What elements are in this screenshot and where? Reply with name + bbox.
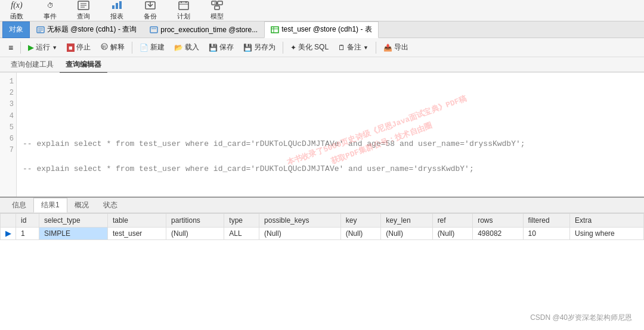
bottom-tab-status[interactable]: 状态 — [96, 198, 125, 212]
saveas-button[interactable]: 💾 另存为 — [240, 41, 279, 54]
code-content[interactable]: -- explain select * from test_user where… — [17, 73, 644, 198]
run-icon: ▶ — [28, 43, 34, 52]
cell-rows: 498082 — [473, 228, 523, 240]
bottom-tab-overview[interactable]: 概况 — [67, 198, 96, 212]
sub-tab-builder[interactable]: 查询创建工具 — [5, 57, 60, 72]
table-header-row: id select_type table partitions type pos… — [1, 214, 644, 228]
toolbar-model[interactable]: 模型 — [205, 0, 229, 21]
code-line-4: -- explain select * from test_user where… — [23, 163, 638, 176]
col-header-id[interactable]: id — [16, 214, 39, 228]
col-header-empty — [1, 214, 16, 228]
save-icon: 💾 — [209, 43, 218, 52]
model-icon — [210, 0, 224, 11]
col-header-table[interactable]: table — [107, 214, 166, 228]
tab-object-label: 对象 — [9, 24, 23, 35]
col-header-partitions[interactable]: partitions — [166, 214, 224, 228]
table-icon — [271, 26, 279, 33]
col-header-type[interactable]: type — [224, 214, 259, 228]
load-label: 载入 — [185, 42, 199, 52]
export-button[interactable]: 📤 导出 — [380, 41, 412, 54]
csdn-watermark: CSDN @40岁资深老架构师尼恩 — [530, 313, 632, 323]
report-label: 报表 — [110, 12, 123, 21]
svg-rect-22 — [150, 27, 157, 33]
beautify-icon: ✦ — [290, 43, 296, 52]
run-dropdown-icon: ▼ — [52, 45, 57, 51]
stop-button[interactable]: ■ 停止 — [63, 41, 94, 54]
query-file-icon — [36, 26, 45, 33]
col-header-filtered[interactable]: filtered — [523, 214, 569, 228]
editor-area[interactable]: 1 2 3 4 5 6 7 -- explain select * from t… — [0, 73, 644, 198]
svg-text:解: 解 — [102, 45, 106, 49]
comment-icon: 🗒 — [338, 43, 345, 52]
run-button[interactable]: ▶ 运行 ▼ — [24, 41, 61, 54]
toolbar-func[interactable]: f(x) 函数 — [5, 0, 29, 21]
tab-test-user[interactable]: test_user @store (cdh1) - 表 — [264, 21, 379, 38]
cell-filtered: 10 — [523, 228, 569, 240]
load-button[interactable]: 📂 载入 — [171, 41, 203, 54]
comment-dropdown-icon: ▼ — [363, 45, 369, 51]
schedule-label: 计划 — [177, 12, 190, 21]
explain-button[interactable]: 解 解释 — [97, 41, 128, 54]
proc-file-icon — [150, 26, 158, 33]
code-line-3: -- explain select * from test_user where… — [23, 138, 638, 151]
sep4 — [376, 42, 376, 54]
stop-icon: ■ — [67, 43, 75, 52]
cell-table: test_user — [107, 228, 166, 240]
toolbar-query[interactable]: 查询 — [72, 0, 95, 21]
results-table-wrapper: id select_type table partitions type pos… — [0, 213, 644, 240]
bottom-tab-result1-label: 结果1 — [41, 201, 60, 209]
cell-select-type: SIMPLE — [39, 228, 107, 240]
sub-tab-editor[interactable]: 查询编辑器 — [60, 57, 107, 73]
toolbar-schedule[interactable]: 计划 — [172, 0, 196, 21]
svg-rect-6 — [119, 1, 122, 9]
beautify-button[interactable]: ✦ 美化 SQL — [287, 41, 332, 54]
tab-proc-label: proc_execution_time @store... — [160, 26, 258, 34]
col-header-ref[interactable]: ref — [432, 214, 473, 228]
col-header-possible-keys[interactable]: possible_keys — [259, 214, 341, 228]
bottom-tab-info-label: 信息 — [12, 201, 26, 209]
bottom-tab-info[interactable]: 信息 — [5, 198, 33, 212]
saveas-icon: 💾 — [243, 43, 252, 52]
col-header-key-len[interactable]: key_len — [381, 214, 432, 228]
code-line-1 — [23, 89, 638, 101]
col-header-key[interactable]: key — [340, 214, 381, 228]
toolbar-event[interactable]: ⏱ 事件 — [38, 0, 62, 21]
cell-partitions: (Null) — [166, 228, 224, 240]
saveas-label: 另存为 — [254, 42, 275, 52]
save-label: 保存 — [219, 42, 234, 52]
comment-button[interactable]: 🗒 备注 ▼ — [335, 41, 372, 54]
row-indicator: ▶ — [1, 228, 16, 240]
model-label: 模型 — [210, 12, 224, 21]
func-label: 函数 — [10, 12, 23, 21]
col-header-rows[interactable]: rows — [473, 214, 523, 228]
event-icon: ⏱ — [43, 0, 57, 11]
sub-tabs: 查询创建工具 查询编辑器 — [0, 57, 644, 73]
new-button[interactable]: 📄 新建 — [136, 41, 168, 54]
func-icon: f(x) — [10, 0, 24, 11]
tab-proc[interactable]: proc_execution_time @store... — [143, 21, 264, 38]
svg-rect-24 — [271, 27, 278, 33]
run-label: 运行 — [36, 42, 50, 52]
tab-bar: 对象 无标题 @store (cdh1) - 查询 proc_execution… — [0, 21, 644, 38]
tab-untitled[interactable]: 无标题 @store (cdh1) - 查询 — [30, 21, 143, 38]
toolbar-report[interactable]: 报表 — [105, 0, 129, 21]
bottom-tab-status-label: 状态 — [103, 201, 117, 209]
schedule-icon — [177, 0, 191, 11]
toolbar-backup[interactable]: 备份 — [138, 0, 162, 21]
sub-tab-builder-label: 查询创建工具 — [11, 60, 54, 69]
hamburger-icon[interactable]: ≡ — [5, 41, 17, 54]
stop-label: 停止 — [76, 42, 91, 52]
svg-rect-5 — [116, 3, 118, 9]
explain-label: 解释 — [110, 42, 125, 52]
main-container: f(x) 函数 ⏱ 事件 查询 报表 备份 — [0, 0, 644, 330]
col-header-select-type[interactable]: select_type — [39, 214, 107, 228]
cell-id: 1 — [16, 228, 39, 240]
backup-icon — [143, 0, 157, 11]
tab-object[interactable]: 对象 — [2, 21, 30, 38]
save-button[interactable]: 💾 保存 — [205, 41, 237, 54]
cell-type: ALL — [224, 228, 259, 240]
bottom-tab-result1[interactable]: 结果1 — [33, 198, 67, 213]
col-header-extra[interactable]: Extra — [570, 214, 644, 228]
query-icon — [76, 0, 91, 11]
report-icon — [110, 0, 124, 11]
